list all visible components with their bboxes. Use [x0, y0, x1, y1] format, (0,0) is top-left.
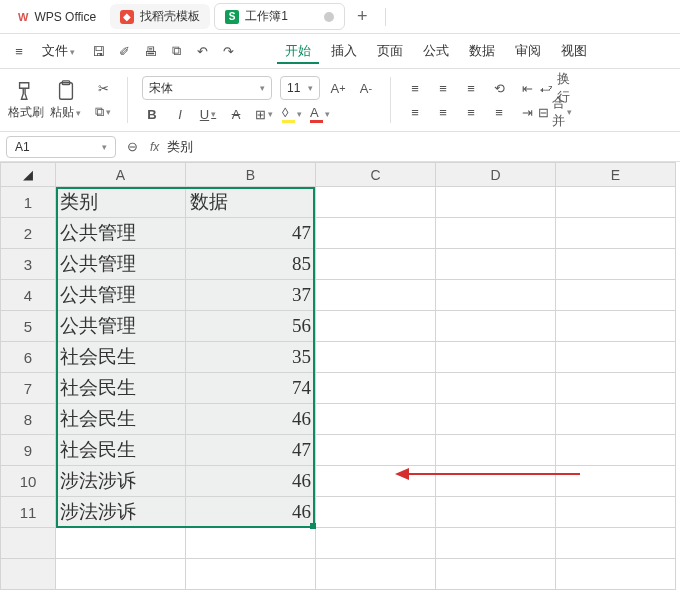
align-center-icon[interactable]: ≡ — [433, 102, 453, 122]
col-header-E[interactable]: E — [556, 163, 676, 187]
cell[interactable] — [556, 187, 676, 218]
col-header-D[interactable]: D — [436, 163, 556, 187]
menu-toggle-icon[interactable]: ≡ — [8, 40, 30, 62]
fx-icon[interactable]: fx — [150, 140, 159, 154]
cell[interactable] — [556, 404, 676, 435]
cell[interactable] — [436, 280, 556, 311]
formula-input[interactable]: 类别 — [167, 138, 193, 156]
cell[interactable] — [316, 218, 436, 249]
cell[interactable]: 社会民生 — [56, 342, 186, 373]
row-header[interactable]: 2 — [1, 218, 56, 249]
cell[interactable] — [436, 373, 556, 404]
indent-inc-icon[interactable]: ⇥ — [517, 102, 537, 122]
new-tab-button[interactable]: + — [349, 6, 376, 27]
cell[interactable]: 数据 — [186, 187, 316, 218]
cell[interactable] — [316, 311, 436, 342]
align-bottom-icon[interactable]: ≡ — [461, 78, 481, 98]
cell[interactable] — [56, 559, 186, 590]
cell[interactable] — [556, 249, 676, 280]
cell[interactable]: 37 — [186, 280, 316, 311]
cell[interactable]: 47 — [186, 435, 316, 466]
cell[interactable] — [436, 311, 556, 342]
cell[interactable]: 公共管理 — [56, 249, 186, 280]
cell[interactable] — [316, 249, 436, 280]
cancel-formula-icon[interactable]: ⊖ — [122, 137, 142, 157]
cell[interactable] — [436, 528, 556, 559]
cell[interactable] — [316, 404, 436, 435]
col-header-A[interactable]: A — [56, 163, 186, 187]
align-left-icon[interactable]: ≡ — [405, 102, 425, 122]
cut-icon[interactable]: ✂ — [93, 78, 113, 98]
tab-review[interactable]: 审阅 — [507, 38, 549, 64]
app-tab-template[interactable]: ◆ 找稻壳模板 — [110, 4, 210, 29]
cell[interactable]: 56 — [186, 311, 316, 342]
cell[interactable]: 85 — [186, 249, 316, 280]
cell[interactable]: 涉法涉诉 — [56, 466, 186, 497]
row-header[interactable]: 5 — [1, 311, 56, 342]
app-tab-document[interactable]: S 工作簿1 — [214, 3, 345, 30]
cell[interactable] — [556, 466, 676, 497]
decrease-font-icon[interactable]: A- — [356, 78, 376, 98]
cell[interactable] — [436, 404, 556, 435]
tab-page[interactable]: 页面 — [369, 38, 411, 64]
cell[interactable]: 47 — [186, 218, 316, 249]
print-icon[interactable]: 🖶 — [139, 40, 161, 62]
close-tab-icon[interactable] — [324, 12, 334, 22]
cell[interactable] — [56, 528, 186, 559]
tab-start[interactable]: 开始 — [277, 38, 319, 64]
cell[interactable] — [556, 497, 676, 528]
increase-font-icon[interactable]: A+ — [328, 78, 348, 98]
cell[interactable]: 74 — [186, 373, 316, 404]
copy-icon[interactable]: ⧉▾ — [93, 102, 113, 122]
cell[interactable] — [316, 342, 436, 373]
undo-icon[interactable]: ↶ — [191, 40, 213, 62]
cell[interactable]: 公共管理 — [56, 280, 186, 311]
row-header[interactable]: 8 — [1, 404, 56, 435]
cell[interactable] — [316, 497, 436, 528]
cell[interactable]: 46 — [186, 497, 316, 528]
select-all-corner[interactable]: ◢ — [1, 163, 56, 187]
underline-icon[interactable]: U▾ — [198, 104, 218, 124]
italic-icon[interactable]: I — [170, 104, 190, 124]
save-icon[interactable]: 🖫 — [87, 40, 109, 62]
cell[interactable] — [186, 528, 316, 559]
cell[interactable] — [556, 342, 676, 373]
tab-insert[interactable]: 插入 — [323, 38, 365, 64]
format-brush-button[interactable]: 格式刷 — [8, 73, 44, 127]
orientation-icon[interactable]: ⟲ — [489, 78, 509, 98]
cell[interactable] — [316, 435, 436, 466]
border-icon[interactable]: ⊞▾ — [254, 104, 274, 124]
cell[interactable] — [556, 435, 676, 466]
merge-button[interactable]: ⊟ 合并▾ — [545, 102, 565, 122]
cell[interactable] — [556, 311, 676, 342]
cell[interactable] — [436, 342, 556, 373]
cell[interactable] — [436, 218, 556, 249]
redo-icon[interactable]: ↷ — [217, 40, 239, 62]
cell[interactable] — [556, 528, 676, 559]
cell[interactable] — [186, 559, 316, 590]
cell[interactable] — [436, 249, 556, 280]
cell[interactable] — [436, 559, 556, 590]
bold-icon[interactable]: B — [142, 104, 162, 124]
cell[interactable]: 公共管理 — [56, 218, 186, 249]
cell[interactable] — [436, 497, 556, 528]
cell[interactable]: 46 — [186, 466, 316, 497]
font-select[interactable]: 宋体▾ — [142, 76, 272, 100]
tab-view[interactable]: 视图 — [553, 38, 595, 64]
cell[interactable]: 35 — [186, 342, 316, 373]
cell[interactable] — [316, 280, 436, 311]
col-header-C[interactable]: C — [316, 163, 436, 187]
row-header[interactable]: 11 — [1, 497, 56, 528]
cell[interactable]: 社会民生 — [56, 435, 186, 466]
cell[interactable]: 类别 — [56, 187, 186, 218]
align-top-icon[interactable]: ≡ — [405, 78, 425, 98]
row-header[interactable]: 9 — [1, 435, 56, 466]
font-color-icon[interactable]: A▾ — [310, 104, 330, 124]
cell[interactable] — [556, 280, 676, 311]
row-header[interactable] — [1, 559, 56, 590]
cell[interactable] — [556, 373, 676, 404]
row-header[interactable] — [1, 528, 56, 559]
cell[interactable] — [316, 528, 436, 559]
row-header[interactable]: 6 — [1, 342, 56, 373]
strike-icon[interactable]: A — [226, 104, 246, 124]
